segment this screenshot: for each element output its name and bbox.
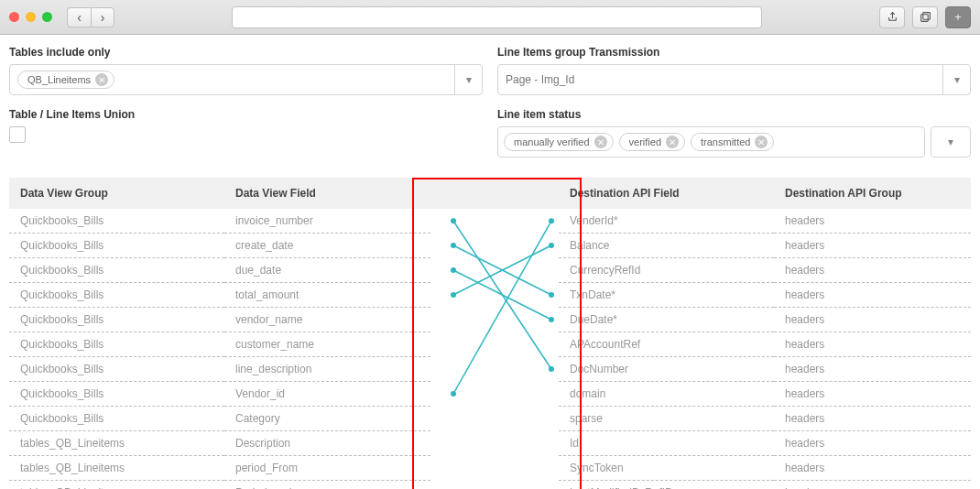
status-chip[interactable]: manually verified✕ <box>504 133 614 151</box>
union-checkbox[interactable] <box>9 126 26 143</box>
tabs-button[interactable] <box>912 6 938 28</box>
cell-gap <box>430 308 559 332</box>
table-row[interactable]: Quickbooks_Billsdue_dateCurrencyRefIdhea… <box>9 258 971 283</box>
cell-gap <box>430 234 559 258</box>
forward-button[interactable]: › <box>91 7 114 27</box>
cell-dv-field: Category <box>224 407 430 431</box>
cell-api-field: TxnDate* <box>559 283 774 308</box>
table-row[interactable]: Quickbooks_Billscustomer_nameAPAccountRe… <box>9 332 971 357</box>
cell-dv-group: Quickbooks_Bills <box>9 283 224 308</box>
table-row[interactable]: Quickbooks_Billstotal_amountTxnDate*head… <box>9 283 971 308</box>
cell-dv-field: customer_name <box>224 332 430 357</box>
cell-dv-field: create_date <box>224 234 430 258</box>
cell-api-group: headers <box>774 283 971 308</box>
share-button[interactable] <box>879 6 905 28</box>
cell-dv-group: Quickbooks_Bills <box>9 357 224 382</box>
cell-dv-group: Quickbooks_Bills <box>9 258 224 283</box>
cell-api-field: domain <box>559 382 774 407</box>
cell-api-group: headers <box>774 234 971 258</box>
minimize-window-icon[interactable] <box>26 12 36 22</box>
cell-api-group: headers <box>774 407 971 431</box>
table-header-row: Data View Group Data View Field Destinat… <box>9 178 971 209</box>
header-dv-field: Data View Field <box>224 178 430 209</box>
cell-api-field: Id <box>559 431 774 456</box>
cell-gap <box>430 258 559 283</box>
header-api-group: Destination API Group <box>774 178 971 209</box>
cell-dv-field: Period_end <box>224 481 430 490</box>
cell-gap <box>430 382 559 407</box>
back-button[interactable]: ‹ <box>67 7 91 27</box>
cell-dv-field: total_amount <box>224 283 430 308</box>
close-window-icon[interactable] <box>9 12 19 22</box>
table-row[interactable]: tables_QB_LineitemsDescriptionIdheaders <box>9 431 971 456</box>
cell-api-group: headers <box>774 308 971 332</box>
header-dv-group: Data View Group <box>9 178 224 209</box>
transmission-label: Line Items group Transmission <box>497 46 971 59</box>
cell-api-field: sparse <box>559 407 774 431</box>
table-row[interactable]: tables_QB_Lineitemsperiod_FromSyncTokenh… <box>9 456 971 481</box>
union-label: Table / Line Items Union <box>9 108 483 121</box>
tables-chip[interactable]: QB_Lineitems ✕ <box>17 71 114 89</box>
cell-dv-field: Description <box>224 431 430 456</box>
dropdown-caret-icon[interactable]: ▾ <box>942 65 970 94</box>
dropdown-caret-icon[interactable]: ▾ <box>454 65 482 94</box>
table-row[interactable]: Quickbooks_BillsVendor_iddomainheaders <box>9 382 971 407</box>
cell-api-field: CurrencyRefId <box>559 258 774 283</box>
cell-api-group: headers <box>774 481 971 490</box>
chip-remove-icon[interactable]: ✕ <box>755 136 768 148</box>
cell-gap <box>430 357 559 382</box>
chip-remove-icon[interactable]: ✕ <box>594 136 607 148</box>
chip-label: QB_Lineitems <box>27 74 91 85</box>
cell-gap <box>430 431 559 456</box>
chrome-right: + <box>879 6 971 28</box>
table-row[interactable]: tables_QB_LineitemsPeriod_endLastModifie… <box>9 481 971 490</box>
chip-label: manually verified <box>514 136 590 147</box>
maximize-window-icon[interactable] <box>42 12 52 22</box>
cell-api-group: headers <box>774 209 971 234</box>
tables-include-select[interactable]: QB_Lineitems ✕ ▾ <box>9 64 483 95</box>
tables-include-label: Tables include only <box>9 46 483 59</box>
cell-gap <box>430 209 559 234</box>
status-chip[interactable]: transmitted✕ <box>691 133 774 151</box>
chip-label: transmitted <box>701 136 750 147</box>
new-tab-button[interactable]: + <box>945 6 971 28</box>
cell-dv-group: Quickbooks_Bills <box>9 382 224 407</box>
cell-dv-group: tables_QB_Lineitems <box>9 456 224 481</box>
status-chip[interactable]: verified✕ <box>619 133 685 151</box>
table-row[interactable]: Quickbooks_BillsCategorysparseheaders <box>9 407 971 431</box>
cell-dv-field: vendor_name <box>224 308 430 332</box>
cell-dv-group: Quickbooks_Bills <box>9 308 224 332</box>
chip-remove-icon[interactable]: ✕ <box>666 136 679 148</box>
traffic-lights <box>9 12 52 22</box>
cell-dv-field: period_From <box>224 456 430 481</box>
cell-dv-field: line_description <box>224 357 430 382</box>
chip-remove-icon[interactable]: ✕ <box>95 73 108 86</box>
cell-api-group: headers <box>774 357 971 382</box>
cell-gap <box>430 283 559 308</box>
cell-dv-field: invoice_number <box>224 209 430 234</box>
browser-chrome: ‹ › + <box>0 0 980 35</box>
table-row[interactable]: Quickbooks_Billsvendor_nameDueDate*heade… <box>9 308 971 332</box>
transmission-value: Page - Img_Id <box>498 73 942 86</box>
cell-dv-group: Quickbooks_Bills <box>9 234 224 258</box>
status-chips-container[interactable]: manually verified✕verified✕transmitted✕ <box>497 126 925 158</box>
table-row[interactable]: Quickbooks_Billsline_descriptionDocNumbe… <box>9 357 971 382</box>
header-gap <box>430 178 559 209</box>
nav-arrows: ‹ › <box>67 7 114 27</box>
cell-gap <box>430 456 559 481</box>
cell-api-group: headers <box>774 456 971 481</box>
cell-dv-field: Vendor_id <box>224 382 430 407</box>
cell-api-field: LastModifiedByRefID <box>559 481 774 490</box>
svg-rect-0 <box>922 13 930 20</box>
cell-gap <box>430 481 559 490</box>
table-row[interactable]: Quickbooks_Billsinvoice_numberVenderId*h… <box>9 209 971 234</box>
cell-api-field: APAccountRef <box>559 332 774 357</box>
cell-api-group: headers <box>774 382 971 407</box>
cell-dv-group: Quickbooks_Bills <box>9 332 224 357</box>
table-row[interactable]: Quickbooks_Billscreate_dateBalanceheader… <box>9 234 971 258</box>
cell-dv-group: tables_QB_Lineitems <box>9 481 224 490</box>
cell-dv-field: due_date <box>224 258 430 283</box>
url-bar[interactable] <box>232 6 762 28</box>
transmission-select[interactable]: Page - Img_Id ▾ <box>497 64 971 95</box>
status-dropdown-button[interactable]: ▾ <box>931 126 971 158</box>
